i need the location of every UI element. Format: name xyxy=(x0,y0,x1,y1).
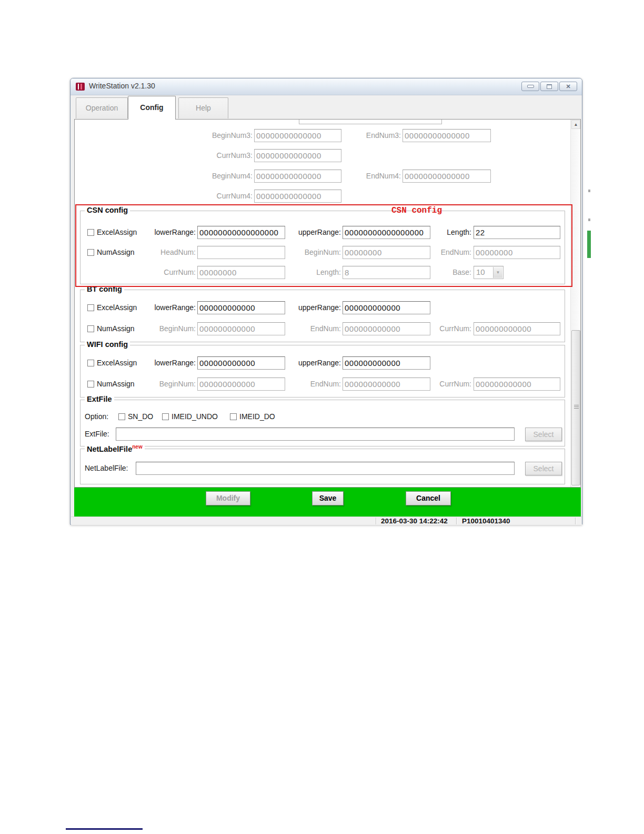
bt-beginnum-label: BeginNum: xyxy=(136,322,196,335)
extfile-path-field[interactable] xyxy=(116,428,515,441)
endnum4-field[interactable] xyxy=(402,170,491,183)
arrow-up-icon: ▲ xyxy=(574,123,578,127)
csn-endnum-label: EndNum: xyxy=(417,246,471,259)
csn-endnum-field[interactable] xyxy=(474,246,560,259)
modify-button[interactable]: Modify xyxy=(206,491,250,505)
csn-config-group: CSN config ExcelAssign lowerRange: upper… xyxy=(80,211,565,284)
wifi-numassign-checkbox[interactable] xyxy=(87,381,94,388)
currnum3-field[interactable] xyxy=(254,149,341,162)
currnum4-field[interactable] xyxy=(254,190,341,203)
application-window: WriteStation v2.1.30 ✕ Operation Config … xyxy=(70,78,582,525)
csn-lowerrange-field[interactable] xyxy=(197,226,285,239)
bt-upperrange-label: upperRange: xyxy=(280,301,341,314)
close-icon: ✕ xyxy=(566,84,570,90)
netlabelfile-group: NetLabelFilenew NetLabelFile: Select xyxy=(80,449,565,484)
status-station-id: P10010401340 xyxy=(462,517,510,525)
action-bar: Modify Save Cancel xyxy=(74,488,581,517)
csn-headnum-field[interactable] xyxy=(197,246,285,259)
bt-numassign-checkbox[interactable] xyxy=(87,325,94,332)
imeid-undo-label: IMEID_UNDO xyxy=(172,410,218,423)
wifi-currnum-label: CurrNum: xyxy=(417,378,471,391)
currnum3-label: CurrNum3: xyxy=(184,149,253,162)
extfile-label: ExtFile: xyxy=(85,428,114,441)
wifi-beginnum-label: BeginNum: xyxy=(136,378,196,391)
beginnum3-field[interactable] xyxy=(254,129,341,142)
csn-numassign-checkbox[interactable] xyxy=(87,249,94,256)
imeid-undo-checkbox[interactable] xyxy=(162,413,169,420)
netlabelfile-label: NetLabelFile: xyxy=(85,462,134,475)
tab-operation[interactable]: Operation xyxy=(76,97,128,118)
restore-button[interactable] xyxy=(540,82,558,91)
csn-base-dropdown[interactable]: 10 ▼ xyxy=(474,266,504,279)
vertical-scrollbar[interactable]: ▲ xyxy=(570,120,581,487)
background-artifact xyxy=(588,219,590,221)
footer-line xyxy=(66,828,143,830)
endnum3-field[interactable] xyxy=(402,129,491,142)
status-divider xyxy=(575,518,576,524)
netlabelfile-legend: NetLabelFilenew xyxy=(85,444,145,453)
csn-beginnum-label: BeginNum: xyxy=(280,246,341,259)
minimize-icon xyxy=(527,85,534,88)
beginnum3-label: BeginNum3: xyxy=(184,129,253,142)
extfile-select-button[interactable]: Select xyxy=(525,428,562,441)
wifi-beginnum-field[interactable] xyxy=(197,378,285,391)
status-bar: 2016-03-30 14:22:42 P10010401340 xyxy=(71,517,582,525)
sn-do-label: SN_DO xyxy=(128,410,153,423)
csn-excelassign-checkbox[interactable] xyxy=(87,229,94,236)
imeid-do-label: IMEID_DO xyxy=(239,410,275,423)
bt-lowerrange-field[interactable] xyxy=(197,301,285,314)
currnum3-row: CurrNum3: xyxy=(75,149,580,163)
window-title: WriteStation v2.1.30 xyxy=(89,82,155,90)
csn-headnum-label: HeadNum: xyxy=(136,246,196,259)
wifi-config-legend: WIFI config xyxy=(85,340,130,349)
wifi-lowerrange-label: lowerRange: xyxy=(136,356,196,370)
extfile-group: ExtFile Option: SN_DO IMEID_UNDO IMEID_D… xyxy=(80,400,565,446)
bt-currnum-label: CurrNum: xyxy=(417,322,471,335)
sn-do-checkbox[interactable] xyxy=(118,413,125,420)
background-artifact xyxy=(588,190,590,192)
wifi-currnum-field[interactable] xyxy=(474,378,560,391)
tab-config[interactable]: Config xyxy=(128,96,176,120)
csn-annotation-label: CSN config xyxy=(391,206,442,215)
csn-base-value: 10 xyxy=(476,267,485,276)
beginnum4-field[interactable] xyxy=(254,170,341,183)
csn-config-legend: CSN config xyxy=(85,206,130,214)
background-artifact xyxy=(587,231,591,258)
save-button[interactable]: Save xyxy=(312,491,344,505)
wifi-excelassign-checkbox[interactable] xyxy=(87,360,94,366)
restore-icon xyxy=(547,84,552,89)
new-badge: new xyxy=(132,444,142,450)
tab-help[interactable]: Help xyxy=(178,97,228,118)
csn-length-label: Length: xyxy=(417,226,471,239)
bt-upperrange-field[interactable] xyxy=(343,301,430,314)
beginnum4-label: BeginNum4: xyxy=(184,170,253,183)
partial-field[interactable] xyxy=(299,119,442,124)
scroll-up-button[interactable]: ▲ xyxy=(571,120,580,129)
scrollbar-thumb[interactable] xyxy=(571,330,580,485)
csn-currnum-label: CurrNum: xyxy=(136,266,196,279)
currnum4-label: CurrNum4: xyxy=(184,190,253,203)
csn-length-field[interactable] xyxy=(474,226,560,239)
bt-beginnum-field[interactable] xyxy=(197,322,285,335)
wifi-upperrange-field[interactable] xyxy=(343,356,430,370)
beginnum3-row: BeginNum3: EndNum3: xyxy=(75,129,580,143)
netlabelfile-select-button[interactable]: Select xyxy=(525,462,562,475)
endnum3-label: EndNum3: xyxy=(340,129,401,142)
bt-excelassign-checkbox[interactable] xyxy=(87,304,94,311)
imeid-do-checkbox[interactable] xyxy=(230,413,237,420)
csn-lowerrange-label: lowerRange: xyxy=(136,226,196,239)
bt-currnum-field[interactable] xyxy=(474,322,560,335)
cancel-button[interactable]: Cancel xyxy=(406,491,451,505)
close-button[interactable]: ✕ xyxy=(559,82,577,91)
csn-length2-label: Length: xyxy=(280,266,341,279)
endnum4-label: EndNum4: xyxy=(340,170,401,183)
csn-currnum-field[interactable] xyxy=(197,266,285,279)
wifi-lowerrange-field[interactable] xyxy=(197,356,285,370)
title-bar[interactable]: WriteStation v2.1.30 ✕ xyxy=(71,78,582,95)
wifi-endnum-label: EndNum: xyxy=(280,378,341,391)
chevron-down-icon[interactable]: ▼ xyxy=(493,267,502,278)
status-divider xyxy=(376,518,376,524)
minimize-button[interactable] xyxy=(521,82,539,91)
config-panel: BeginNum3: EndNum3: CurrNum3: BeginNum4:… xyxy=(74,119,581,488)
netlabelfile-path-field[interactable] xyxy=(136,462,515,475)
